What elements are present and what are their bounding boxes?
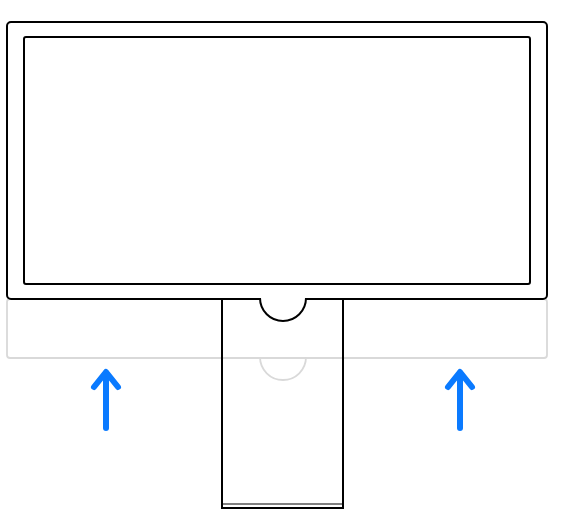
up-arrow-left-icon: [94, 372, 118, 428]
svg-rect-2: [24, 37, 530, 284]
monitor-height-adjustment-diagram: [0, 0, 566, 528]
monitor-raised-position: [7, 22, 547, 321]
up-arrow-right-icon: [448, 372, 472, 428]
monitor-stand: [222, 300, 343, 508]
